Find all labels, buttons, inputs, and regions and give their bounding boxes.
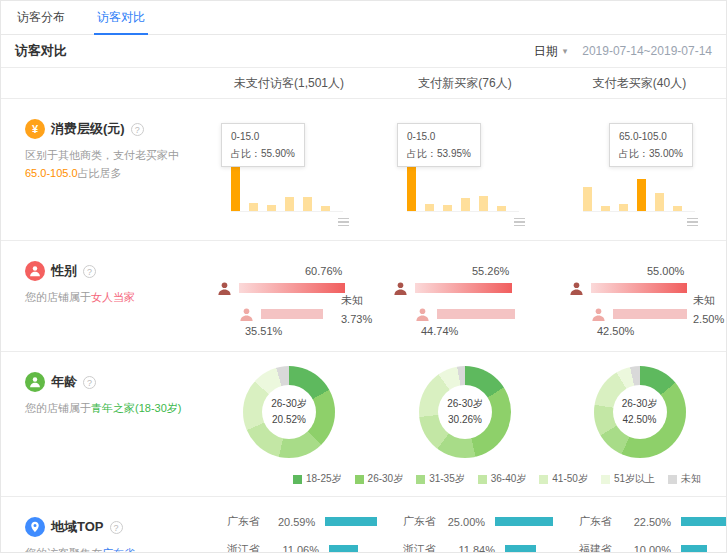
help-icon[interactable]: ? [83,265,96,278]
region-name: 广东省 [579,514,625,529]
gender-chart-new-buyers[interactable]: 55.26% 44.74% [377,241,553,351]
help-icon[interactable]: ? [131,123,144,136]
region-list-unpaid[interactable]: 广东省20.59%浙江省11.06% [201,497,377,553]
region-desc-highlight: 广东省 [102,547,135,553]
column-header-unpaid-visitors: 未支付访客(1,501人) [201,75,377,92]
legend-item[interactable]: 41-50岁 [539,472,588,486]
region-name: 广东省 [403,514,444,529]
location-pin-icon [25,517,45,537]
region-percent: 10.00% [625,544,671,553]
unknown-group: 未知 3.73% [341,291,372,328]
region-percent: 20.59% [271,516,315,528]
help-icon[interactable]: ? [83,376,96,389]
legend-item[interactable]: 51岁以上 [601,472,655,486]
page-title: 访客对比 [15,42,67,60]
tooltip-ratio: 占比：55.90% [231,145,295,162]
tooltip-range: 65.0-105.0 [619,128,683,145]
region-list-old-buyers[interactable]: 广东省22.50%福建省10.00% [553,497,727,553]
region-row: 广东省20.59% [227,514,377,529]
consume-desc-line1: 区别于其他商类，支付老买家中 [25,148,195,164]
tab-visitor-compare[interactable]: 访客对比 [97,1,145,34]
tooltip-ratio: 占比：53.95% [407,145,471,162]
column-header-old-buyers: 支付老买家(40人) [553,75,726,92]
gender-label-block: 性别 ? 您的店铺属于女人当家 [1,241,201,351]
axis-more-icon [338,218,349,228]
region-bar [681,517,727,526]
region-name: 广东省 [227,514,271,529]
region-bar [681,545,707,553]
legend-label: 36-40岁 [491,472,527,486]
age-desc: 您的店铺属于青年之家(18-30岁) [25,401,195,417]
legend-item[interactable]: 36-40岁 [478,472,527,486]
bar [637,179,646,211]
consume-desc-line2: 65.0-105.0占比居多 [25,166,195,182]
donut-chart: 26-30岁 42.50% [594,366,686,458]
consume-chart-unpaid[interactable]: 0-15.0 占比：55.90% [201,99,377,240]
age-desc-prefix: 您的店铺属于 [25,402,91,414]
tab-visitor-distribution[interactable]: 访客分布 [17,1,65,34]
donut-percent: 30.26% [448,412,482,428]
male-bar [261,309,323,319]
legend-label: 41-50岁 [552,472,588,486]
age-label-block: 年龄 ? 您的店铺属于青年之家(18-30岁) [1,352,201,496]
unknown-label: 未知 [693,291,724,310]
legend-swatch-icon [601,475,610,484]
region-percent: 11.84% [449,544,495,553]
bar [425,204,434,211]
region-bar [505,545,536,553]
consume-label-block: ¥ 消费层级(元) ? 区别于其他商类，支付老买家中 65.0-105.0占比居… [1,99,201,240]
region-row: 浙江省11.84% [403,542,553,553]
legend-item[interactable]: 31-35岁 [416,472,465,486]
male-percent: 35.51% [245,325,282,337]
region-bar [495,517,553,526]
bar [479,196,488,211]
bar [619,204,628,211]
axis-more-icon [687,218,698,228]
female-bar [415,283,512,293]
person-icon [25,372,45,392]
donut-age-label: 26-30岁 [271,396,307,412]
bar [285,197,294,211]
male-icon [591,307,606,322]
gender-chart-unpaid[interactable]: 60.76% 35.51% 未知 3.73% [201,241,377,351]
tooltip-range: 0-15.0 [231,128,295,145]
legend-item[interactable]: 26-30岁 [355,472,404,486]
age-desc-highlight: 青年之家(18-30岁) [91,402,181,414]
male-bar [437,309,515,319]
gender-chart-old-buyers[interactable]: 55.00% 42.50% 未知 2.50% [553,241,726,351]
chevron-down-icon: ▾ [563,46,568,56]
bar [321,206,330,211]
female-icon [569,281,584,296]
region-row: 浙江省11.06% [227,542,377,553]
date-filter-label[interactable]: 日期 [534,43,558,60]
region-name: 福建省 [579,542,625,553]
consume-chart-old-buyers[interactable]: 65.0-105.0 占比：35.00% [553,99,726,240]
age-section-title: 年龄 [51,373,77,391]
bar [673,206,682,211]
chart-tooltip: 0-15.0 占比：55.90% [221,123,305,167]
unknown-percent: 3.73% [341,310,372,329]
legend-label: 18-25岁 [306,472,342,486]
legend-item[interactable]: 18-25岁 [293,472,342,486]
region-name: 浙江省 [227,542,273,553]
region-desc: 您的访客聚集在广东省 [25,546,195,553]
legend-swatch-icon [478,475,487,484]
female-icon [393,281,408,296]
section-age: 年龄 ? 您的店铺属于青年之家(18-30岁) 26-30岁 20.52% 26… [1,352,726,497]
region-list-new-buyers[interactable]: 广东省25.00%浙江省11.84% [377,497,553,553]
male-icon [239,307,254,322]
consume-chart-new-buyers[interactable]: 0-15.0 占比：53.95% [377,99,553,240]
age-legend: 18-25岁26-30岁31-35岁36-40岁41-50岁51岁以上未知 [293,472,701,486]
legend-swatch-icon [416,475,425,484]
female-percent: 60.76% [305,265,342,277]
donut-chart: 26-30岁 30.26% [419,366,511,458]
bar [461,198,470,211]
legend-item[interactable]: 未知 [668,472,701,486]
bar [655,193,664,211]
date-range-value[interactable]: 2019-07-14~2019-07-14 [582,44,712,58]
donut-label: 26-30岁 30.26% [419,366,511,458]
help-icon[interactable]: ? [110,521,123,534]
bar [583,187,592,211]
gender-section-title: 性别 [51,262,77,280]
bar [407,162,416,211]
